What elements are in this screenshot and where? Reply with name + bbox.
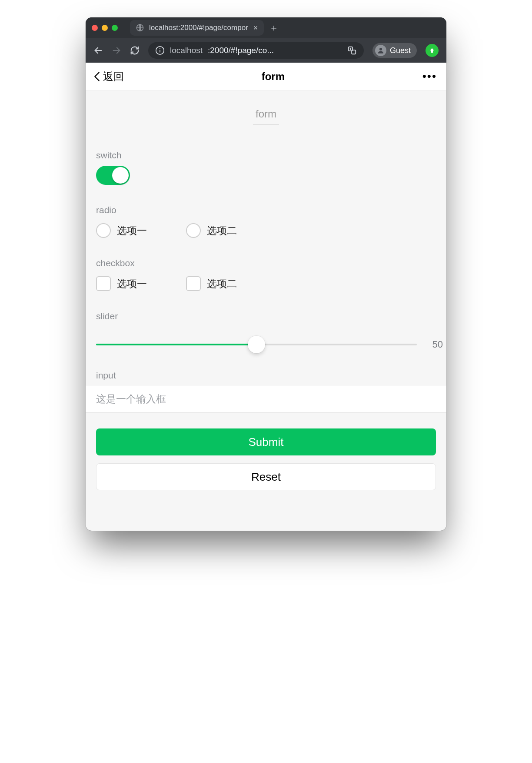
checkbox-icon [96,276,111,291]
input-label: input [86,370,446,385]
checkbox-section: checkbox 选项一 选项二 [86,258,446,291]
slider-fill [96,344,256,345]
slider-label: slider [96,311,436,321]
minimize-window-button[interactable] [102,25,108,31]
forward-button[interactable] [112,46,121,55]
avatar-icon [375,45,386,56]
button-area: Submit Reset [86,413,446,490]
checkbox-option-2[interactable]: 选项二 [186,276,237,291]
back-button[interactable] [93,46,103,55]
checkbox-label: checkbox [96,258,436,268]
browser-tab[interactable]: localhost:2000/#!page/compor × [130,20,264,36]
page-menu-button[interactable]: ••• [422,70,439,83]
checkbox-option-1[interactable]: 选项一 [96,276,147,291]
globe-icon [136,24,144,32]
address-bar[interactable]: localhost :2000/#!page/co... [148,42,364,59]
submit-button[interactable]: Submit [96,428,436,455]
switch-section: switch [86,150,446,185]
page-viewport: 返回 form ••• form switch radio [86,63,446,531]
extension-button[interactable] [426,44,439,57]
checkbox-option-label: 选项一 [117,277,147,291]
page-navbar: 返回 form ••• [86,63,446,90]
input-row [86,385,446,413]
switch-knob [112,167,129,184]
checkbox-icon [186,276,201,291]
page-title: form [124,70,422,83]
slider-value: 50 [426,339,443,350]
svg-point-8 [379,48,382,50]
radio-option-2[interactable]: 选项二 [186,223,237,238]
text-input[interactable] [86,393,446,405]
slider-control: 50 [86,327,446,350]
close-tab-button[interactable]: × [253,24,258,32]
radio-option-label: 选项二 [207,224,237,238]
window-controls [92,25,118,31]
checkbox-option-label: 选项二 [207,277,237,291]
chevron-left-icon [93,70,100,83]
radio-option-label: 选项一 [117,224,147,238]
profile-chip[interactable]: Guest [372,43,417,58]
slider-section: slider [86,311,446,321]
browser-window: localhost:2000/#!page/compor × ＋ localho… [86,17,446,531]
submit-button-label: Submit [249,435,284,449]
svg-point-5 [160,48,160,49]
page-back-label: 返回 [103,70,124,84]
radio-section: radio 选项一 选项二 [86,205,446,238]
zoom-window-button[interactable] [112,25,118,31]
reset-button[interactable]: Reset [96,463,436,490]
profile-label: Guest [390,46,411,55]
radio-icon [96,223,111,238]
slider-thumb[interactable] [248,336,265,353]
slider-track[interactable] [96,344,417,345]
up-arrow-icon [429,47,436,54]
input-section: input [86,370,446,413]
tab-title: localhost:2000/#!page/compor [149,23,248,32]
url-host: localhost [170,46,203,55]
page-content: form switch radio 选项一 [86,90,446,531]
new-tab-button[interactable]: ＋ [268,22,279,33]
close-window-button[interactable] [92,25,98,31]
tab-strip: localhost:2000/#!page/compor × ＋ [86,17,446,38]
page-back-button[interactable]: 返回 [93,70,124,84]
reset-button-label: Reset [251,470,281,484]
reload-button[interactable] [130,46,140,55]
radio-option-1[interactable]: 选项一 [96,223,147,238]
site-info-icon[interactable] [155,46,165,55]
switch-toggle[interactable] [96,166,130,185]
switch-label: switch [96,150,436,161]
url-rest: :2000/#!page/co... [208,46,274,55]
radio-icon [186,223,201,238]
browser-toolbar: localhost :2000/#!page/co... Guest [86,38,446,63]
page-heading: form [86,90,446,130]
translate-icon[interactable] [347,46,357,55]
radio-label: radio [96,205,436,215]
